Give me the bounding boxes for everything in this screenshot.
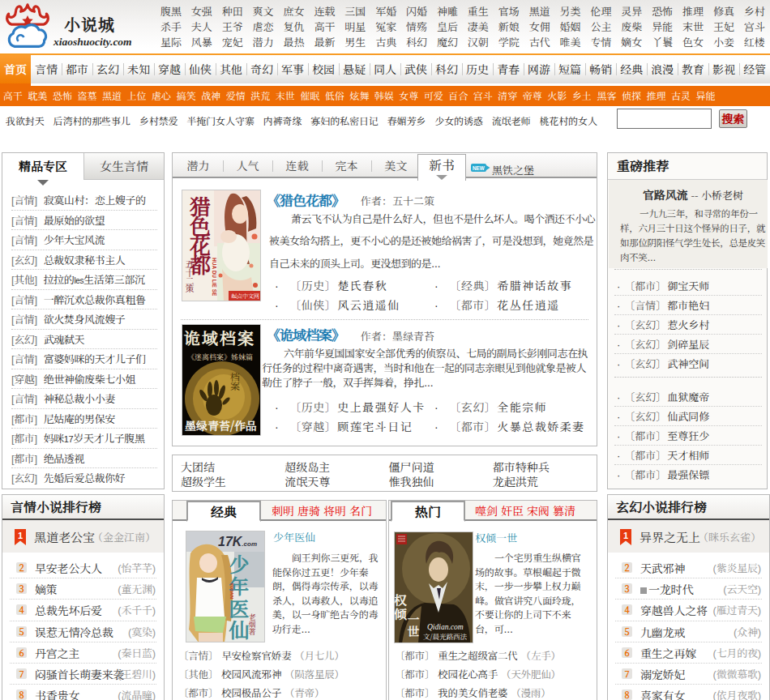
svg-text:诡域档案: 诡域档案 [183, 326, 255, 349]
svg-text:1: 1 [18, 531, 23, 540]
svg-text:《迷离档案》姊妹篇: 《迷离档案》姊妹篇 [187, 352, 253, 362]
svg-text:文/晨光路西法: 文/晨光路西法 [423, 631, 467, 641]
svg-text:Qidian.com: Qidian.com [427, 623, 464, 631]
svg-text:HUA DU LIE SE: HUA DU LIE SE [212, 258, 217, 297]
svg-text:老烟著: 老烟著 [247, 613, 258, 635]
svg-text:起点中文网: 起点中文网 [231, 292, 259, 300]
svg-text:一世: 一世 [405, 612, 422, 637]
svg-text:NEW: NEW [473, 165, 485, 171]
svg-text:YIXIAN: YIXIAN [229, 583, 234, 599]
svg-text:1: 1 [623, 531, 628, 540]
svg-text:档案: 档案 [229, 371, 242, 391]
svg-text:五十二策: 五十二策 [183, 259, 196, 292]
svg-text:墨绿青苔/作品: 墨绿青苔/作品 [185, 417, 257, 433]
